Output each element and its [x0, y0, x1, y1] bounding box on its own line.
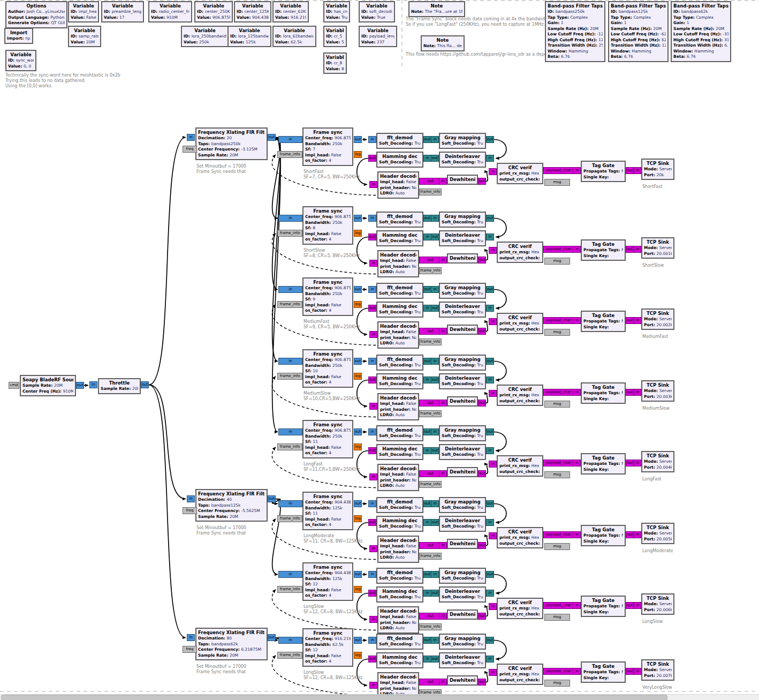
row8-port-out[interactable]: out: [478, 679, 486, 686]
row6-tag-gate[interactable]: Tag GatePropagate Tags: NoSingle Key:: [581, 525, 626, 546]
row1-frame-sync[interactable]: Frame syncCenter_freq: 906.875MBandwidth…: [302, 127, 353, 166]
row4-gray-mapping[interactable]: Gray mappingSoft_Decoding: True: [439, 355, 486, 371]
row1-port-in[interactable]: in: [634, 167, 641, 174]
row3-frame-sync[interactable]: Frame syncCenter_freq: 906.875MBandwidth…: [302, 277, 353, 316]
row5-port-in[interactable]: in: [634, 460, 641, 466]
soapy-out-port[interactable]: out: [76, 382, 84, 389]
throttle-in-port[interactable]: in: [89, 381, 97, 388]
row1-port-in[interactable]: in: [368, 136, 376, 143]
fir2-freq-port[interactable]: freq: [183, 507, 197, 514]
row5-port-out[interactable]: out: [626, 460, 634, 466]
row2-port-in[interactable]: in: [573, 246, 581, 253]
row4-port-in[interactable]: in: [278, 358, 302, 365]
row4-port-out[interactable]: out: [626, 389, 634, 396]
row5-port-in[interactable]: in: [431, 428, 439, 435]
row1-gray-mapping[interactable]: Gray mappingSoft_Decoding: True: [439, 133, 486, 149]
row5-port-out[interactable]: out: [431, 447, 439, 454]
row1-port-out[interactable]: out: [431, 155, 439, 162]
fir1-freq-port[interactable]: freq: [183, 146, 197, 153]
row8-port-out[interactable]: out: [368, 656, 376, 663]
row1-header-decoder[interactable]: Header decoderImpl_head: Falseprint_head…: [377, 171, 419, 199]
row2-dewhitening[interactable]: Dewhitening: [447, 253, 478, 264]
row5-deinterleaver[interactable]: DeinterleaverSoft_Decoding: True: [439, 444, 486, 460]
row1-port-in[interactable]: in: [486, 155, 494, 162]
row2-port-in[interactable]: in: [369, 260, 377, 267]
row4-crc-verif[interactable]: CRC verifprint_rx_msg: Hexoutput_crc_che…: [497, 385, 543, 406]
row4-deinterleaver[interactable]: DeinterleaverSoft_Decoding: True: [439, 373, 486, 389]
row3-port-in[interactable]: in: [634, 317, 641, 324]
row1-port-in[interactable]: in: [431, 136, 439, 143]
row2-tag-gate[interactable]: Tag GatePropagate Tags: NoSingle Key:: [581, 239, 626, 261]
row8-hamming-dec[interactable]: Hamming decSoft_Decoding: True: [376, 652, 423, 668]
variable-has_crc[interactable]: VariableID: has_crcValue: True: [323, 1, 350, 22]
row4-tcp-sink[interactable]: TCP SinkMode: ServerPort: 20.003k: [641, 380, 674, 402]
row6-hamming-dec[interactable]: Hamming decSoft_Decoding: True: [376, 516, 423, 532]
row8-port-in[interactable]: in: [486, 656, 494, 663]
row5-dewhitening[interactable]: Dewhitening: [447, 467, 478, 477]
row3-port-out[interactable]: out: [626, 317, 634, 324]
row3-dewhitening[interactable]: Dewhitening: [447, 325, 478, 335]
row7-port-out[interactable]: out: [626, 602, 634, 609]
row4-header-decoder[interactable]: Header decoderImpl_head: Falseprint_head…: [377, 393, 419, 420]
row2-gray-mapping[interactable]: Gray mappingSoft_Decoding: True: [439, 212, 486, 228]
row1-port-in[interactable]: in: [423, 155, 431, 162]
row5-port-out[interactable]: out: [419, 470, 442, 477]
row5-port-payload_char[interactable]: payload_char: [543, 460, 574, 466]
row8-tcp-sink[interactable]: TCP SinkMode: ServerPort: 20.007k: [641, 659, 674, 681]
row7-port-in[interactable]: in: [368, 571, 376, 578]
row4-port-in[interactable]: in: [486, 377, 494, 383]
row5-port-frame_info[interactable]: frame_info: [277, 443, 302, 450]
row3-port-in[interactable]: in: [489, 318, 497, 325]
row2-port-in[interactable]: in: [368, 215, 376, 222]
row8-port-out[interactable]: out: [423, 637, 431, 644]
row8-port-frame_info[interactable]: frame_info: [277, 652, 302, 659]
variable-lora_250bandwidth[interactable]: VariableID: lora_250bandwidthValue: 250k: [181, 26, 229, 47]
row6-header-decoder[interactable]: Header decoderImpl_head: Falseprint_head…: [377, 536, 419, 563]
row5-port-out[interactable]: out: [354, 428, 362, 435]
row4-port-msg[interactable]: msg: [544, 401, 570, 408]
row3-port-out[interactable]: out: [354, 286, 362, 293]
soapy-bladerf-source[interactable]: Soapy BladeRF SourceSample Rate: 20MCent…: [20, 375, 76, 396]
import-block[interactable]: ImportImport: np: [4, 28, 33, 44]
row2-tcp-sink[interactable]: TCP SinkMode: ServerPort: 20.001k: [641, 237, 674, 259]
row7-tag-gate[interactable]: Tag GatePropagate Tags: NoSingle Key:: [581, 596, 626, 617]
row3-port-frame_info[interactable]: frame_info: [277, 301, 302, 308]
row4-port-payload_char[interactable]: payload_char: [543, 389, 574, 396]
row2-frame-sync[interactable]: Frame syncCenter_freq: 906.875MBandwidth…: [302, 206, 353, 245]
row8-port-out[interactable]: out: [486, 637, 494, 644]
row8-gray-mapping[interactable]: Gray mappingSoft_Decoding: True: [439, 634, 486, 650]
row6-port-payload_char[interactable]: payload_char: [543, 531, 574, 538]
row8-port-payload_char[interactable]: payload_char: [543, 668, 574, 675]
row3-port-out[interactable]: out: [478, 328, 486, 335]
row7-port-in[interactable]: in: [423, 590, 431, 597]
row6-port-frame_info[interactable]: frame_info: [419, 553, 442, 560]
row1-port-out[interactable]: out: [354, 136, 362, 143]
row3-port-in[interactable]: in: [431, 286, 439, 293]
row7-port-log[interactable]: log: [354, 586, 362, 593]
row2-port-out[interactable]: out: [354, 215, 362, 222]
row4-port-frame_info[interactable]: frame_info: [277, 373, 302, 380]
row1-tcp-sink[interactable]: TCP SinkMode: ServerPort: 20k: [641, 159, 674, 180]
row3-port-in[interactable]: in: [369, 331, 377, 338]
row5-tag-gate[interactable]: Tag GatePropagate Tags: NoSingle Key:: [581, 453, 626, 475]
row6-port-out[interactable]: out: [478, 542, 486, 549]
row3-gray-mapping[interactable]: Gray mappingSoft_Decoding: True: [439, 283, 486, 299]
row5-port-in[interactable]: in: [368, 428, 376, 435]
row6-port-in[interactable]: in: [439, 542, 447, 549]
row8-port-out[interactable]: out: [626, 668, 634, 675]
row2-port-in[interactable]: in: [486, 234, 494, 240]
row4-hamming-dec[interactable]: Hamming decSoft_Decoding: True: [376, 373, 423, 389]
row3-port-out[interactable]: out: [419, 328, 442, 335]
row7-port-out[interactable]: out: [431, 590, 439, 597]
row7-port-in[interactable]: in: [634, 602, 641, 609]
row6-port-in[interactable]: in: [486, 519, 494, 526]
row6-crc-verif[interactable]: CRC verifprint_rx_msg: Hexoutput_crc_che…: [497, 527, 543, 548]
row5-port-frame_info[interactable]: frame_info: [419, 481, 442, 488]
row2-port-out[interactable]: out: [419, 257, 442, 264]
row2-port-in[interactable]: in: [423, 234, 431, 240]
row1-port-out[interactable]: out: [419, 178, 442, 185]
row7-tcp-sink[interactable]: TCP SinkMode: ServerPort: 20.006k: [641, 593, 674, 615]
row6-frame-sync[interactable]: Frame syncCenter_freq: 904.438MBandwidth…: [302, 492, 353, 530]
throttle-block[interactable]: ThrottleSample Rate: 20M: [98, 378, 141, 394]
row6-port-in[interactable]: in: [423, 519, 431, 526]
